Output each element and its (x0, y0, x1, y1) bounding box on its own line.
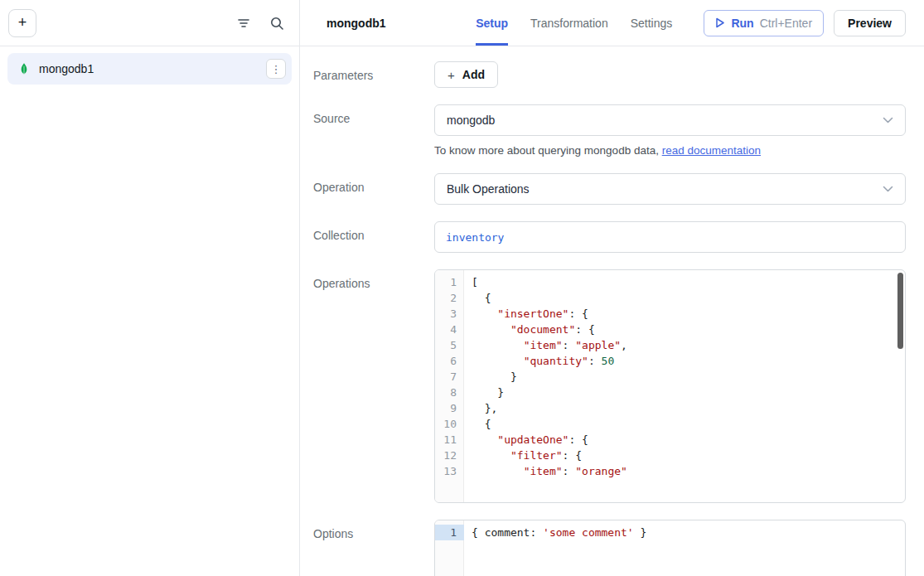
code-line: 11 "updateOne": { (435, 432, 905, 448)
code-text: "quantity": 50 (464, 353, 614, 369)
code-line: 10 { (435, 416, 905, 432)
code-text: "filter": { (464, 448, 582, 463)
options-label: Options (313, 520, 434, 540)
line-number: 7 (435, 369, 464, 385)
source-label: Source (313, 104, 434, 125)
sidebar-header: + (0, 0, 299, 46)
collection-row: Collection inventory (300, 206, 924, 254)
run-button[interactable]: Run Ctrl+Enter (704, 10, 824, 36)
options-control: 1{ comment: 'some comment' } (434, 520, 906, 576)
play-icon (715, 17, 725, 28)
code-line: 1{ comment: 'some comment' } (435, 525, 905, 540)
query-sidebar: + (0, 0, 300, 576)
run-button-label: Run (731, 17, 753, 30)
query-editor-panel: mongodb1 Setup Transformation Settings R… (300, 0, 924, 576)
tab-settings[interactable]: Settings (631, 0, 673, 46)
code-line: 12 "filter": { (435, 448, 905, 463)
preview-button[interactable]: Preview (834, 10, 906, 36)
line-number: 11 (435, 432, 464, 448)
query-item-menu-button[interactable]: ⋮ (266, 59, 286, 79)
source-control: mongodb To know more about querying mong… (434, 104, 906, 157)
query-editor-header: mongodb1 Setup Transformation Settings R… (300, 0, 924, 46)
code-text: "updateOne": { (464, 432, 588, 448)
operation-control: Bulk Operations (434, 173, 906, 205)
operations-control: 1[2 {3 "insertOne": {4 "document": {5 "i… (434, 269, 906, 503)
kebab-icon: ⋮ (271, 63, 282, 75)
code-line: 1[ (435, 274, 905, 290)
query-form: Parameters + Add Source mongodb (300, 46, 924, 576)
code-line: 4 "document": { (435, 322, 905, 337)
read-documentation-link[interactable]: read documentation (662, 144, 761, 157)
source-select[interactable]: mongodb (434, 104, 906, 136)
line-number: 3 (435, 306, 464, 322)
operation-select-value: Bulk Operations (447, 182, 530, 196)
parameters-row: Parameters + Add (300, 46, 924, 90)
line-number: 8 (435, 385, 464, 400)
helper-prefix: To know more about querying mongodb data… (434, 144, 662, 157)
code-text: }, (464, 400, 497, 416)
code-line: 6 "quantity": 50 (435, 353, 905, 369)
code-line: 3 "insertOne": { (435, 306, 905, 322)
operations-row: Operations 1[2 {3 "insertOne": {4 "docum… (300, 254, 924, 505)
line-number: 9 (435, 400, 464, 416)
options-code-editor[interactable]: 1{ comment: 'some comment' } (434, 520, 906, 576)
scrollbar-thumb[interactable] (897, 273, 903, 349)
tab-setup[interactable]: Setup (476, 0, 508, 46)
source-select-value: mongodb (447, 114, 495, 127)
collection-label: Collection (313, 221, 434, 242)
operations-label: Operations (313, 269, 434, 290)
source-helper-text: To know more about querying mongodb data… (434, 144, 906, 157)
code-text: { (464, 416, 491, 432)
parameters-label: Parameters (313, 61, 434, 82)
code-text: "item": "apple", (464, 337, 627, 353)
query-list-item-mongodb1[interactable]: mongodb1 ⋮ (7, 53, 292, 85)
add-query-button[interactable]: + (8, 9, 36, 37)
add-parameter-label: Add (462, 68, 485, 81)
chevron-down-icon (883, 186, 893, 193)
code-text: "item": "orange" (464, 463, 627, 479)
collection-input-value: inventory (446, 231, 504, 244)
code-text: } (464, 385, 504, 400)
parameters-control: + Add (434, 61, 906, 88)
editor-tabs: Setup Transformation Settings (476, 0, 672, 46)
query-item-label: mongodb1 (39, 62, 258, 75)
plus-icon: + (447, 69, 455, 81)
line-number: 10 (435, 416, 464, 432)
line-number: 12 (435, 448, 464, 463)
collection-input[interactable]: inventory (434, 221, 906, 253)
editor-scrollbar[interactable] (897, 272, 903, 501)
filter-icon[interactable] (236, 16, 251, 31)
line-number: 1 (435, 525, 464, 540)
line-number: 6 (435, 353, 464, 369)
line-number: 1 (435, 274, 464, 290)
query-list: mongodb1 ⋮ (0, 46, 299, 91)
line-number: 4 (435, 322, 464, 337)
operations-code-editor[interactable]: 1[2 {3 "insertOne": {4 "document": {5 "i… (434, 269, 906, 503)
operation-label: Operation (313, 173, 434, 194)
sidebar-header-actions (236, 16, 284, 31)
line-number: 2 (435, 290, 464, 306)
options-row: Options 1{ comment: 'some comment' } (300, 505, 924, 576)
search-icon[interactable] (269, 16, 284, 31)
code-text: "document": { (464, 322, 595, 337)
operation-row: Operation Bulk Operations (300, 158, 924, 206)
code-line: 13 "item": "orange" (435, 463, 905, 479)
tab-transformation[interactable]: Transformation (530, 0, 608, 46)
operation-select[interactable]: Bulk Operations (434, 173, 906, 205)
line-number: 13 (435, 463, 464, 479)
add-parameter-button[interactable]: + Add (434, 61, 498, 88)
collection-control: inventory (434, 221, 906, 253)
chevron-down-icon (883, 117, 893, 124)
code-text: "insertOne": { (464, 306, 588, 322)
operations-code-lines: 1[2 {3 "insertOne": {4 "document": {5 "i… (435, 270, 905, 483)
code-line: 2 { (435, 290, 905, 306)
code-line: 9 }, (435, 400, 905, 416)
app-window: + (0, 0, 924, 576)
options-code-lines: 1{ comment: 'some comment' } (435, 520, 905, 545)
run-shortcut-hint: Ctrl+Enter (760, 17, 812, 30)
code-line: 8 } (435, 385, 905, 400)
plus-icon: + (18, 14, 27, 31)
code-text: [ (464, 274, 478, 290)
line-number: 5 (435, 337, 464, 353)
code-line: 5 "item": "apple", (435, 337, 905, 353)
